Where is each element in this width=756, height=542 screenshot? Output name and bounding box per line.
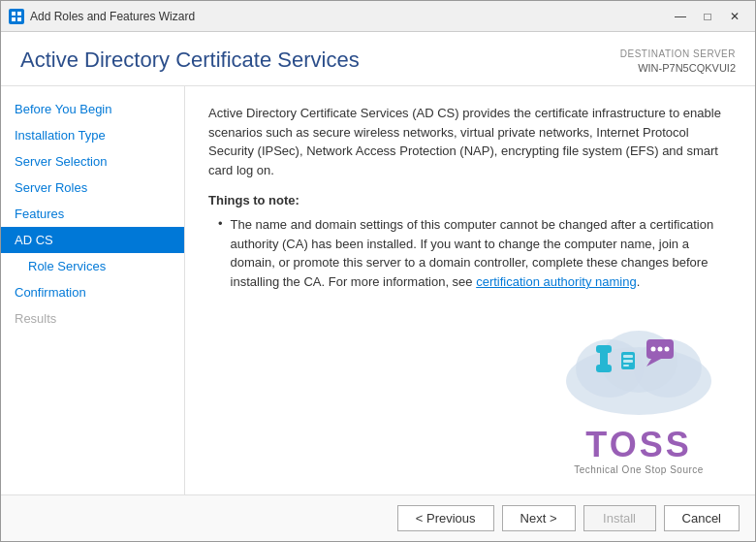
sidebar-item-before-you-begin[interactable]: Before You Begin <box>1 96 184 122</box>
page-title: Active Directory Certificate Services <box>20 48 360 73</box>
sidebar-item-results: Results <box>1 305 184 332</box>
toss-brand-text: TOSS <box>542 428 736 462</box>
previous-button[interactable]: < Previous <box>397 505 494 531</box>
minimize-button[interactable]: — <box>668 7 693 26</box>
sidebar-item-server-selection[interactable]: Server Selection <box>1 148 184 175</box>
main-content: Active Directory Certificate Services (A… <box>185 86 755 494</box>
wizard-window: Add Roles and Features Wizard — □ ✕ Acti… <box>0 0 756 542</box>
svg-rect-2 <box>12 17 16 21</box>
sidebar-item-server-roles[interactable]: Server Roles <box>1 175 184 201</box>
svg-point-13 <box>651 347 656 352</box>
install-button[interactable]: Install <box>583 505 656 531</box>
svg-point-14 <box>658 347 663 352</box>
destination-label: DESTINATION SERVER <box>620 48 736 61</box>
cancel-button[interactable]: Cancel <box>664 505 740 531</box>
server-name: WIN-P7N5CQKVUI2 <box>620 61 736 76</box>
bullet-dot: • <box>218 216 223 231</box>
content-area: Before You Begin Installation Type Serve… <box>1 86 755 494</box>
svg-rect-0 <box>12 12 16 16</box>
things-to-note-label: Things to note: <box>208 193 732 207</box>
toss-subtitle: Technical One Stop Source <box>542 464 736 475</box>
destination-server-info: DESTINATION SERVER WIN-P7N5CQKVUI2 <box>620 48 736 76</box>
header: Active Directory Certificate Services DE… <box>1 32 755 86</box>
svg-rect-1 <box>17 12 21 16</box>
footer: < Previous Next > Install Cancel <box>1 494 755 541</box>
window-title: Add Roles and Features Wizard <box>30 10 668 23</box>
svg-rect-17 <box>623 355 633 358</box>
sidebar-item-installation-type[interactable]: Installation Type <box>1 122 184 148</box>
svg-rect-3 <box>17 17 21 21</box>
svg-rect-9 <box>596 345 612 353</box>
bullet-item-1: • The name and domain settings of this c… <box>218 215 732 291</box>
sidebar-item-confirmation[interactable]: Confirmation <box>1 279 184 305</box>
description-text: Active Directory Certificate Services (A… <box>208 104 732 179</box>
svg-rect-10 <box>596 365 612 372</box>
sidebar-item-ad-cs[interactable]: AD CS <box>1 227 184 253</box>
svg-point-15 <box>665 347 670 352</box>
cert-authority-naming-link[interactable]: certification authority naming <box>476 274 636 289</box>
close-button[interactable]: ✕ <box>722 7 747 26</box>
sidebar: Before You Begin Installation Type Serve… <box>1 86 185 494</box>
sidebar-item-role-services[interactable]: Role Services <box>1 253 184 279</box>
svg-rect-18 <box>623 360 633 363</box>
titlebar: Add Roles and Features Wizard — □ ✕ <box>1 1 755 32</box>
maximize-button[interactable]: □ <box>695 7 720 26</box>
sidebar-item-features[interactable]: Features <box>1 201 184 227</box>
svg-rect-19 <box>623 365 629 367</box>
next-button[interactable]: Next > <box>502 505 576 531</box>
app-icon <box>9 9 24 24</box>
window-controls: — □ ✕ <box>668 7 747 26</box>
bullet-text: The name and domain settings of this com… <box>231 215 732 291</box>
toss-logo: TOSS Technical One Stop Source <box>542 299 736 475</box>
